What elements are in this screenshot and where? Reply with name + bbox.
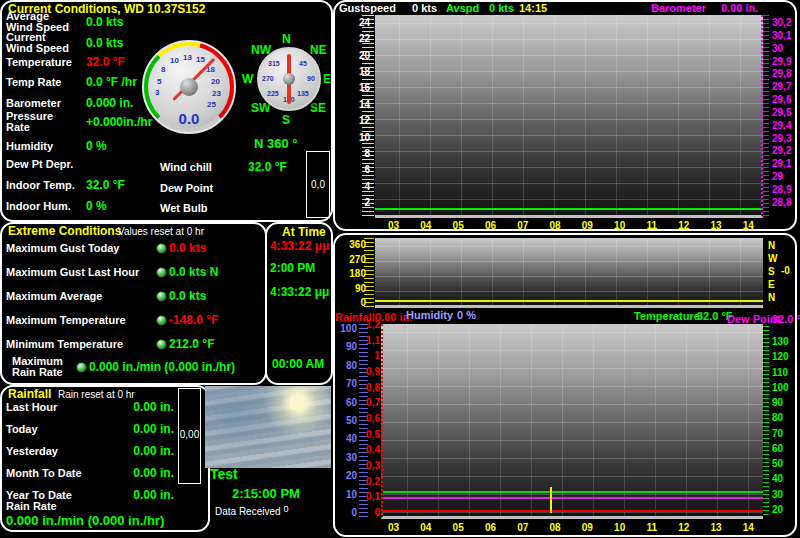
x-tick-label: 11 [646, 522, 657, 533]
x-tick-label: 07 [517, 220, 528, 231]
data-received-count: 0 [283, 504, 288, 514]
row-value: 0.000 in. [86, 96, 133, 110]
row-value: 0.00 in. [133, 444, 174, 458]
at-time-entry: 00:00 AM [272, 357, 324, 371]
row-value: 0.00 in. [133, 422, 174, 436]
gustspeed-chart-panel: Gustspeed 0 kts Avspd 0 kts 14:15 Barome… [333, 0, 797, 231]
history-charts-panel: 360270180900 NWSEN -0 Rainfall 0.00 in. … [333, 233, 797, 537]
y-tick-label: 0,9 [364, 367, 380, 377]
y-tick-label: 29,2 [772, 146, 796, 156]
x-tick-label: 10 [614, 522, 625, 533]
wind-direction-compass: N NE E SE S SW W NW 45 90 135 180 225 27… [244, 32, 334, 136]
current-conditions-panel: Current Conditions, WD 10.37S152 Average… [0, 0, 333, 222]
y-tick-label: 50 [337, 416, 357, 426]
y-tick-label: 60 [772, 444, 796, 454]
led-icon [156, 315, 167, 326]
extreme-conditions-title: Extreme Conditions [8, 224, 121, 238]
at-time-panel: At Time 4:33:22 μμ 2:00 PM 4:33:22 μμ 00… [265, 222, 333, 385]
compass-hub [283, 73, 295, 85]
row-value: 0.000 in./min (0.000 in./hr) [89, 360, 235, 374]
y-tick-label: 360 [340, 240, 366, 250]
row-label: Wind chill [160, 162, 248, 173]
y-tick-label: 29,6 [772, 95, 796, 105]
row-label: Maximum Rain Rate [12, 356, 76, 378]
rain-scale-value: 0,00 [180, 429, 199, 440]
row-label: Indoor Hum. [6, 201, 86, 212]
compass-tick-label: 90 [307, 75, 315, 82]
x-tick-label: 12 [678, 522, 689, 533]
x-tick-label: 13 [710, 522, 721, 533]
y-tick-label: 29,7 [772, 82, 796, 92]
row-value: 32.0 °F [86, 178, 125, 192]
row-value: 32.0 °F [248, 160, 287, 174]
y-axis-humidity: 1009080706050403020100 [337, 324, 357, 518]
wind-dir-marker: -0 [781, 265, 790, 276]
y-tick-label: 10 [337, 490, 357, 500]
x-tick-label: 14 [743, 522, 754, 533]
row-value: -148.0 °F [169, 313, 219, 327]
y-tick-label: 100 [772, 383, 796, 393]
row-label: Temperature [6, 57, 86, 68]
x-tick-label: 03 [388, 522, 399, 533]
row-value: 0.0 kts N [169, 265, 218, 279]
led-icon [156, 339, 167, 350]
wind-speed-gauge: 3 5 8 10 13 15 18 20 23 25 0.0 [142, 40, 236, 134]
rain-scale-box: 0,00 [178, 388, 201, 484]
y-tick-label: 30 [337, 453, 357, 463]
wind-scale-box: 0,0 [306, 151, 330, 218]
x-axis-hours: 030405060708091011121314 [388, 522, 754, 533]
wind-dir-ruler [364, 238, 374, 308]
y-tick-label: 270 [340, 255, 366, 265]
y-tick-label: 80 [772, 413, 796, 423]
y-tick-label: 28,8 [772, 198, 796, 208]
legend-barometer-value: 0.00 in. [721, 2, 758, 14]
y-tick-label: 180 [340, 269, 366, 279]
compass-letter: S [768, 267, 782, 277]
gauge-tick-label: 15 [196, 55, 205, 64]
row-label: Minimum Temperature [6, 339, 156, 350]
legend-avspd: Avspd [446, 2, 479, 14]
legend-barometer: Barometer [651, 2, 706, 14]
row-label: Month To Date [6, 468, 133, 479]
y-tick-label: 0 [340, 298, 366, 308]
y-tick-label: 0,7 [364, 398, 380, 408]
led-icon [156, 243, 167, 254]
compass-face: 45 90 135 180 225 270 315 [257, 47, 321, 111]
y-tick-label: 29,4 [772, 121, 796, 131]
row-label: Maximum Gust Today [6, 243, 156, 254]
cardinal-se: SE [310, 101, 326, 115]
legend-avspd-value: 0 kts [489, 2, 514, 14]
x-tick-label: 09 [582, 522, 593, 533]
row-label: Wet Bulb [160, 203, 248, 214]
row-max-rain-rate: Maximum Rain Rate0.000 in./min (0.000 in… [6, 353, 264, 381]
data-received-label: Data Received [215, 506, 281, 517]
row-pressure-rate: Pressure Rate+0.000in./hr [6, 110, 164, 134]
row-label: Barometer [6, 98, 86, 109]
gauge-tick-label: 10 [170, 56, 179, 65]
y-axis-wind-direction: 360270180900 [340, 240, 366, 308]
y-tick-label: 28,9 [772, 185, 796, 195]
dew-point-line [383, 497, 763, 499]
y-tick-label: 29 [772, 172, 796, 182]
row-label: Pressure Rate [6, 111, 86, 133]
y-axis-rainfall: 1,21,110,90,80,70,60,50,40,30,20,10 [364, 320, 380, 518]
temperature-line [383, 491, 763, 493]
rain-rate-label: Rain Rate [6, 501, 57, 512]
x-tick-label: 12 [678, 220, 689, 231]
rain-rate-value: 0.000 in./min (0.000 in./hr) [6, 513, 164, 528]
at-time-entry: 2:00 PM [270, 261, 315, 275]
x-axis-hours: 030405060708091011121314 [388, 220, 754, 231]
y-tick-label: 0,2 [364, 477, 380, 487]
y-tick-label: 0,1 [364, 492, 380, 502]
compass-reading: N 360 ° [254, 136, 298, 151]
y-tick-label: 100 [337, 324, 357, 334]
row-value: 32.0 °F [86, 55, 125, 69]
row-label: Dew Point [160, 183, 248, 194]
x-tick-label: 05 [453, 220, 464, 231]
compass-letter: N [768, 293, 782, 303]
row-value: 0.00 in. [133, 466, 174, 480]
row-value: 0.0 °F /hr [86, 75, 137, 89]
y-tick-label: 0,5 [364, 430, 380, 440]
row-value: 0 % [86, 199, 107, 213]
cardinal-w: W [242, 72, 253, 86]
